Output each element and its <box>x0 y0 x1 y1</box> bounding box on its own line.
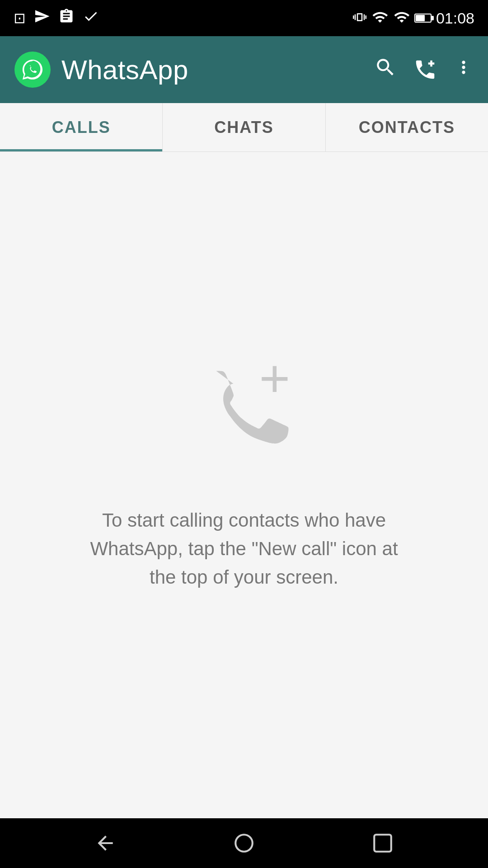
empty-state: + To start calling contacts who have Wha… <box>86 343 402 591</box>
phone-plus-icon: + <box>176 343 312 470</box>
nav-back-icon[interactable] <box>94 832 117 854</box>
app-bar-actions <box>374 56 474 83</box>
tab-bar: CALLS CHATS CONTACTS <box>0 103 488 152</box>
tab-calls-indicator <box>0 149 162 151</box>
svg-rect-2 <box>374 835 391 852</box>
image-icon: ⊡ <box>14 9 26 27</box>
new-call-icon[interactable] <box>413 57 437 82</box>
status-bar-left-icons: ⊡ <box>14 8 99 28</box>
battery-icon <box>414 14 432 23</box>
wifi-icon <box>371 9 389 27</box>
nav-recents-icon[interactable] <box>371 832 394 854</box>
task-icon <box>83 8 99 28</box>
status-bar-right-icons: 01:08 <box>353 9 474 27</box>
nav-bar <box>0 818 488 868</box>
empty-state-message: To start calling contacts who have Whats… <box>86 506 402 591</box>
tab-chats-label: CHATS <box>214 118 273 137</box>
tab-contacts[interactable]: CONTACTS <box>326 103 488 151</box>
tab-contacts-label: CONTACTS <box>359 118 455 137</box>
vibrate-icon <box>353 9 366 27</box>
app-bar: WhatsApp <box>0 36 488 103</box>
svg-point-1 <box>235 835 253 852</box>
app-title: WhatsApp <box>61 54 363 85</box>
signal-icon <box>394 9 410 27</box>
nav-home-icon[interactable] <box>233 832 255 854</box>
tab-calls-label: CALLS <box>52 118 111 137</box>
svg-text:+: + <box>259 348 291 407</box>
main-content: + To start calling contacts who have Wha… <box>0 152 488 818</box>
send-icon <box>34 8 50 28</box>
status-bar: ⊡ <box>0 0 488 36</box>
tab-chats[interactable]: CHATS <box>163 103 325 151</box>
app-logo <box>14 52 51 88</box>
tab-calls[interactable]: CALLS <box>0 103 162 151</box>
search-icon[interactable] <box>374 56 397 83</box>
more-options-icon[interactable] <box>454 57 474 82</box>
clipboard-icon <box>58 8 75 28</box>
status-time: 01:08 <box>436 9 474 27</box>
